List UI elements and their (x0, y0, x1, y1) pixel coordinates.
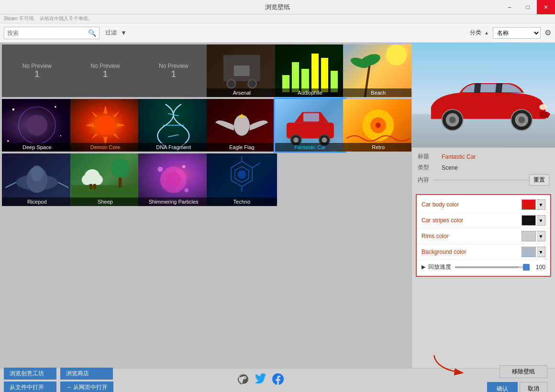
speed-slider[interactable] (455, 266, 530, 268)
svg-point-33 (322, 137, 327, 142)
open-file-button[interactable]: 从文件中打开 (4, 381, 56, 392)
content-divider (433, 180, 529, 180)
wallpaper-item-audiophile[interactable]: Audiophile (275, 44, 345, 97)
reset-button[interactable]: 重置 (529, 174, 549, 185)
speed-value: 100 (533, 264, 545, 271)
background-color-swatch[interactable] (522, 247, 536, 257)
rims-color-swatch[interactable] (522, 231, 536, 241)
browse-store-button[interactable]: 浏览商店 (60, 368, 113, 380)
deep-space-label: Deep Space (2, 143, 72, 152)
car-body-color-row: Car body color ▼ (417, 197, 550, 213)
wallpaper-item-eagle-flag[interactable]: Eagle Flag (207, 99, 277, 152)
wallpaper-item-ricepod[interactable]: Ricepod (2, 153, 72, 206)
toolbar: 🔍 过滤 ▼ 分类 ▲ 名称 ⚙ (0, 23, 555, 43)
wallpaper-item-no3[interactable]: No Preview 1 (138, 44, 209, 97)
filter-label: 过滤 (105, 29, 117, 37)
no-preview-text-2: No Preview (90, 63, 120, 69)
svg-point-45 (92, 174, 102, 185)
svg-point-3 (248, 80, 257, 88)
sheep-label: Sheep (70, 197, 141, 206)
svg-marker-20 (113, 111, 119, 117)
rims-color-dropdown[interactable]: ▼ (537, 231, 545, 241)
settings-icon[interactable]: ⚙ (544, 28, 551, 37)
wallpaper-item-retro[interactable]: Retro (343, 99, 411, 152)
car-stripes-color-swatch[interactable] (522, 215, 536, 226)
wallpaper-item-no1[interactable]: No Preview 1 (2, 44, 72, 97)
steam-icon[interactable] (238, 373, 249, 388)
type-row: 类型 Scene (418, 163, 549, 172)
wallpaper-item-techno[interactable]: Techno (207, 153, 277, 206)
title-row: 标题 Fantastic Car (418, 152, 549, 161)
open-web-button[interactable]: → 从网页中打开 (60, 381, 113, 392)
svg-point-53 (185, 188, 189, 193)
remove-wallpaper-button[interactable]: 移除壁纸 (500, 365, 547, 378)
svg-point-14 (96, 116, 115, 135)
no-preview-num-3: 1 (171, 69, 176, 79)
ricepod-label: Ricepod (2, 197, 72, 206)
wallpaper-item-beach[interactable]: Beach (343, 44, 411, 97)
browse-workshop-button[interactable]: 浏览创意工坊 (4, 368, 56, 380)
preview-area (412, 43, 555, 148)
wallpaper-grid: No Preview 1 No Preview 1 No Preview 1 (2, 44, 410, 206)
cancel-button[interactable]: 取消 (520, 382, 547, 392)
content-label: 内容 (418, 176, 429, 184)
wallpaper-item-shimmering[interactable]: Shimmering Particles (138, 153, 209, 206)
wallpaper-item-deep-space[interactable]: Deep Space (2, 99, 72, 152)
steam-notice-line1: Steam 不可用。 (4, 16, 38, 21)
svg-point-2 (227, 80, 236, 88)
right-panel: 标题 Fantastic Car 类型 Scene 内容 重置 Car body… (411, 43, 555, 368)
svg-point-68 (518, 117, 525, 123)
speed-slider-thumb[interactable] (523, 264, 530, 271)
car-stripes-color-dropdown[interactable]: ▼ (537, 215, 545, 226)
car-body-color-label: Car body color (422, 201, 522, 208)
wallpaper-item-no2[interactable]: No Preview 1 (70, 44, 141, 97)
svg-rect-47 (93, 184, 96, 189)
type-value: Scene (442, 164, 458, 171)
bottom-left-buttons: 浏览创意工坊 浏览商店 从文件中打开 → 从网页中打开 (4, 368, 113, 392)
no-preview-num-2: 1 (103, 69, 108, 79)
app-container: 浏览壁纸 – □ ✕ Steam 不可用。 从纸在中我入 0 个单纸。 🔍 过滤… (0, 0, 555, 392)
confirm-button[interactable]: 确认 (487, 382, 518, 392)
svg-line-41 (58, 183, 68, 188)
steam-notice-line2: 从纸在中我入 0 个单纸。 (40, 16, 93, 21)
search-input[interactable] (7, 30, 88, 36)
wallpaper-item-dna[interactable]: DNA Fragment (138, 99, 209, 152)
sort-select[interactable]: 名称 (493, 27, 541, 39)
search-icon: 🔍 (88, 29, 96, 37)
title-label: 标题 (418, 152, 442, 161)
sort-arrow-icon: ▲ (484, 30, 489, 35)
sort-label: 分类 (470, 29, 481, 37)
car-body-color-dropdown[interactable]: ▼ (537, 199, 545, 210)
titlebar: 浏览壁纸 – □ ✕ (0, 0, 555, 14)
search-box[interactable]: 🔍 (4, 27, 100, 39)
wallpaper-item-demon-core[interactable]: Demon Core (70, 99, 141, 152)
svg-point-13 (7, 140, 9, 142)
minimize-button[interactable]: – (500, 0, 519, 14)
wallpaper-item-sheep[interactable]: Sheep (70, 153, 141, 206)
svg-point-49 (111, 159, 130, 178)
wallpaper-item-fantastic-car[interactable]: Fantastic Car (275, 99, 345, 152)
no-preview-text-3: No Preview (159, 63, 188, 69)
audiophile-label: Audiophile (275, 88, 345, 97)
color-options-panel: Car body color ▼ Car stripes color ▼ Rim… (416, 194, 551, 277)
speed-row: ▶ 回放速度 100 (417, 260, 550, 274)
svg-point-11 (55, 106, 56, 108)
maximize-button[interactable]: □ (519, 0, 537, 14)
close-button[interactable]: ✕ (537, 0, 555, 14)
wallpaper-item-arsenal[interactable]: Arsenal (207, 44, 277, 97)
svg-rect-46 (89, 184, 92, 189)
arsenal-label: Arsenal (207, 88, 277, 97)
bottom-bar: 浏览创意工坊 浏览商店 从文件中打开 → 从网页中打开 (0, 368, 555, 392)
svg-marker-19 (91, 111, 97, 117)
car-body-color-swatch[interactable] (522, 199, 536, 210)
svg-marker-17 (85, 123, 94, 128)
twitter-icon[interactable] (255, 373, 266, 388)
demon-core-label: Demon Core (70, 143, 141, 152)
svg-marker-18 (117, 123, 125, 128)
background-color-dropdown[interactable]: ▼ (537, 247, 545, 257)
facebook-icon[interactable] (272, 373, 284, 388)
svg-point-69 (539, 104, 547, 110)
no-preview-num: 1 (34, 69, 39, 79)
background-color-label: Background color (422, 249, 522, 255)
play-button[interactable]: ▶ (422, 264, 425, 270)
